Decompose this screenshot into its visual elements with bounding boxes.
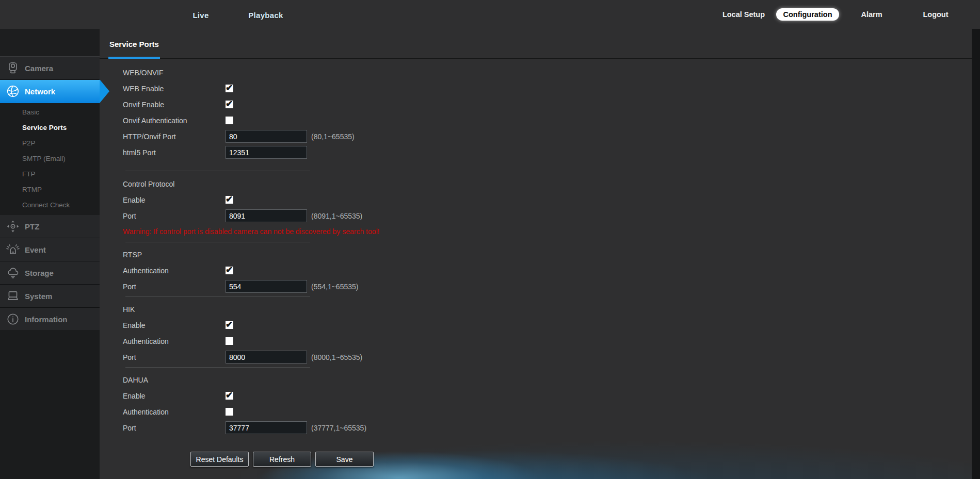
topbar-item-configuration[interactable]: Configuration <box>776 8 840 21</box>
form-row: Enable <box>123 388 980 404</box>
section-title-web-onvif: WEB/ONVIF <box>123 65 980 80</box>
field-label-onvif-enable: Onvif Enable <box>123 101 226 109</box>
section-divider <box>125 296 310 297</box>
form-row: html5 Port <box>123 144 980 160</box>
form-row: Authentication <box>123 262 980 278</box>
section-divider <box>125 242 310 242</box>
sidebar-item-event[interactable]: Event <box>0 238 100 261</box>
field-label-web-enable: WEB Enable <box>123 85 226 93</box>
form-row: Onvif Authentication <box>123 112 980 128</box>
topbar-item-alarm[interactable]: Alarm <box>840 10 904 19</box>
section-title-hik: HIK <box>123 302 980 317</box>
reset-defaults-button[interactable]: Reset Defaults <box>190 452 249 467</box>
field-label-port: Port <box>123 353 226 361</box>
sidebar-item-label: Storage <box>25 269 54 277</box>
ptz-icon <box>6 220 20 233</box>
field-label-onvif-authentication: Onvif Authentication <box>123 117 226 125</box>
hik-port-input[interactable] <box>226 351 307 364</box>
port-range-hint: (37777,1~65535) <box>311 424 366 432</box>
control-port-warning: Warning: If control port is disabled cam… <box>123 224 980 240</box>
sidebar-subitem-ftp[interactable]: FTP <box>0 167 100 182</box>
sidebar-subitem-smtp-email[interactable]: SMTP (Email) <box>0 151 100 167</box>
dahua-port-input[interactable] <box>226 421 307 434</box>
topbar-tab-playback[interactable]: Playback <box>248 0 283 29</box>
refresh-button[interactable]: Refresh <box>253 452 311 467</box>
form-row: HTTP/Onvif Port(80,1~65535) <box>123 128 980 144</box>
field-label-authentication: Authentication <box>123 408 226 416</box>
control-protocol-enable-checkbox[interactable] <box>226 196 233 204</box>
sidebar-item-label: Camera <box>25 64 53 73</box>
field-label-enable: Enable <box>123 321 226 329</box>
web-onvif-onvif-enable-checkbox[interactable] <box>226 101 233 108</box>
field-label-authentication: Authentication <box>123 337 226 345</box>
sidebar-subitem-p2p[interactable]: P2P <box>0 136 100 151</box>
save-button[interactable]: Save <box>315 452 374 467</box>
field-label-port: Port <box>123 283 226 291</box>
sidebar-item-storage[interactable]: Storage <box>0 261 100 285</box>
active-mode-pill: Configuration <box>776 8 839 21</box>
sidebar-item-label: Information <box>25 315 68 324</box>
rtsp-port-input[interactable] <box>226 280 307 293</box>
field-label-port: Port <box>123 424 226 432</box>
form-row: Port(554,1~65535) <box>123 278 980 294</box>
dahua-enable-checkbox[interactable] <box>226 392 233 400</box>
section-divider <box>125 367 310 368</box>
rtsp-authentication-checkbox[interactable] <box>226 267 233 274</box>
web-onvif-html5-port-input[interactable] <box>226 146 307 159</box>
hik-enable-checkbox[interactable] <box>226 321 233 329</box>
form-row: WEB Enable <box>123 80 980 96</box>
topbar-right-menu: Local SetupConfigurationAlarmLogout <box>712 0 968 29</box>
control-protocol-port-input[interactable] <box>226 209 307 222</box>
topbar-item-logout[interactable]: Logout <box>904 10 968 19</box>
tab-service-ports[interactable]: Service Ports <box>109 39 159 48</box>
web-onvif-http-onvif-port-input[interactable] <box>226 130 307 143</box>
dahua-authentication-checkbox[interactable] <box>226 408 233 416</box>
sidebar-subitem-connect-check[interactable]: Connect Check <box>0 197 100 213</box>
sidebar-item-label: Network <box>25 87 55 96</box>
section-title-control-protocol: Control Protocol <box>123 176 980 192</box>
sidebar-item-information[interactable]: Information <box>0 308 100 331</box>
storage-icon <box>6 266 20 279</box>
event-icon <box>6 243 20 256</box>
port-range-hint: (8000,1~65535) <box>311 353 362 361</box>
topbar: LivePlayback Local SetupConfigurationAla… <box>0 0 980 29</box>
hik-authentication-checkbox[interactable] <box>226 337 233 345</box>
form-row: Port(8000,1~65535) <box>123 349 980 365</box>
sidebar-item-network[interactable]: Network <box>0 80 100 103</box>
sidebar-nav: CameraNetworkBasicService PortsP2PSMTP (… <box>0 57 100 331</box>
port-range-hint: (8091,1~65535) <box>311 212 362 220</box>
port-range-hint: (554,1~65535) <box>311 283 358 291</box>
sidebar-subitem-basic[interactable]: Basic <box>0 105 100 120</box>
sidebar-item-label: Event <box>25 245 46 254</box>
form-row: Enable <box>123 192 980 208</box>
sidebar-item-camera[interactable]: Camera <box>0 57 100 80</box>
web-onvif-onvif-authentication-checkbox[interactable] <box>226 117 233 124</box>
sidebar-subitem-rtmp[interactable]: RTMP <box>0 182 100 197</box>
sidebar-spacer <box>0 29 100 57</box>
section-title-dahua: DAHUA <box>123 372 980 388</box>
sidebar-item-label: PTZ <box>25 222 39 231</box>
form-row: Port(8091,1~65535) <box>123 208 980 224</box>
sidebar-subitem-service-ports[interactable]: Service Ports <box>0 120 100 136</box>
sidebar: CameraNetworkBasicService PortsP2PSMTP (… <box>0 29 100 479</box>
port-range-hint: (80,1~65535) <box>311 133 355 141</box>
tab-strip: Service Ports <box>100 29 980 59</box>
system-icon <box>6 289 20 303</box>
sidebar-item-label: System <box>25 292 52 301</box>
camera-icon <box>6 61 20 75</box>
section-divider <box>125 171 310 171</box>
form-row: Port(37777,1~65535) <box>123 420 980 436</box>
field-label-enable: Enable <box>123 196 226 204</box>
topbar-item-local-setup[interactable]: Local Setup <box>712 10 776 19</box>
web-onvif-web-enable-checkbox[interactable] <box>226 85 233 92</box>
field-label-http-onvif-port: HTTP/Onvif Port <box>123 133 226 141</box>
topbar-tab-live[interactable]: Live <box>192 0 208 29</box>
form-row: Onvif Enable <box>123 96 980 112</box>
sidebar-item-ptz[interactable]: PTZ <box>0 215 100 238</box>
network-icon <box>6 85 20 98</box>
sidebar-item-system[interactable]: System <box>0 285 100 308</box>
field-label-port: Port <box>123 212 226 220</box>
scrollbar-track[interactable] <box>972 29 980 479</box>
form-row: Authentication <box>123 333 980 349</box>
service-ports-form: WEB/ONVIFWEB EnableOnvif EnableOnvif Aut… <box>100 59 980 467</box>
